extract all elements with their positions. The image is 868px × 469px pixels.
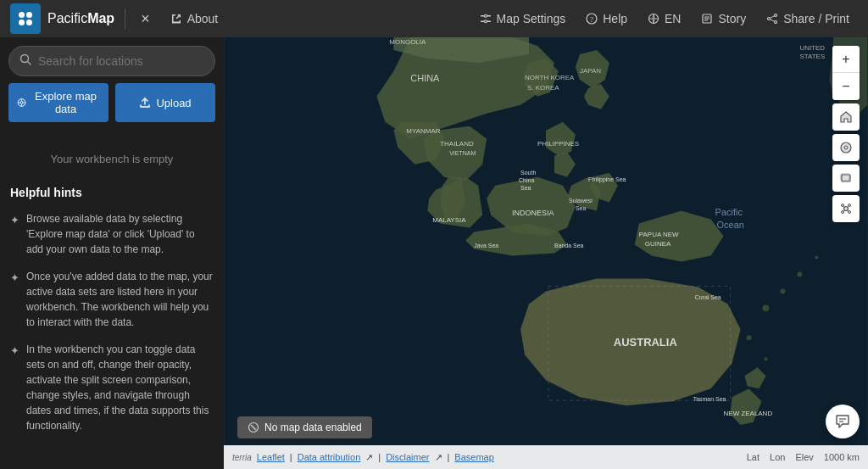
sidebar: Explore map data Upload Your workbench i… [0,37,224,469]
map-settings-icon [480,13,492,25]
svg-text:Tasman Sea: Tasman Sea [693,396,726,402]
compass-button[interactable] [832,134,860,161]
chat-icon [834,413,851,430]
layers-button[interactable] [832,165,860,192]
share-icon [766,13,778,25]
svg-point-22 [20,101,23,103]
hint-item-3: ✦ In the workbench you can toggle data s… [10,342,214,433]
svg-text:Sea: Sea [576,205,587,211]
svg-point-5 [484,20,487,23]
helpful-hints-section: Helpful hints ✦ Browse available data by… [0,186,224,445]
nav-right-actions: Map Settings ? Help EN Stor [471,7,858,31]
helpful-hints-title: Helpful hints [10,186,214,199]
hint-icon-3: ✦ [10,343,19,433]
hint-item-1: ✦ Browse available data by selecting 'Ex… [10,211,214,257]
language-button[interactable]: EN [639,7,689,31]
svg-point-90 [849,204,851,207]
svg-text:South: South [520,170,536,176]
zoom-controls: + − [832,46,860,100]
svg-text:PHILIPPINES: PHILIPPINES [537,140,579,148]
home-icon [839,110,853,124]
help-button[interactable]: ? Help [577,7,636,31]
nodes-button[interactable] [832,195,860,222]
svg-text:NEW ZEALAND: NEW ZEALAND [724,410,773,417]
map-status-bar: terria Leaflet | Data attribution ↗ | Di… [224,445,868,469]
app-logo: PacificMap [10,3,114,34]
svg-text:Philippine Sea: Philippine Sea [588,176,626,183]
upload-button[interactable]: Upload [115,83,215,122]
nav-divider [125,8,125,29]
logo-icon [10,3,41,34]
home-button[interactable] [832,103,860,131]
svg-point-16 [768,18,771,20]
svg-text:JAPAN: JAPAN [580,67,601,75]
basemap-link[interactable]: Basemap [454,452,493,462]
explore-icon [17,97,26,109]
no-data-icon [248,422,259,433]
action-buttons: Explore map data Upload [8,83,215,122]
no-data-badge: No map data enabled [237,416,372,438]
svg-point-50 [815,255,818,259]
svg-text:AUSTRALIA: AUSTRALIA [614,336,678,349]
svg-text:MONGOLIA: MONGOLIA [389,38,426,46]
svg-text:GUINEA: GUINEA [645,240,671,248]
zoom-out-button[interactable]: − [832,73,860,100]
search-input[interactable] [38,54,204,68]
about-button[interactable]: About [162,7,227,31]
search-icon [19,53,31,69]
svg-text:STATES: STATES [799,53,825,60]
svg-point-49 [797,271,802,276]
svg-text:VIETNAM: VIETNAM [449,150,476,156]
svg-text:NORTH KOREA: NORTH KOREA [525,74,575,81]
svg-text:Sea: Sea [520,185,531,191]
hint-icon-1: ✦ [10,212,19,257]
svg-text:Coral Sea: Coral Sea [695,294,721,300]
svg-text:MYANMAR: MYANMAR [406,127,440,135]
external-link-icon [170,13,182,25]
svg-line-98 [251,425,256,430]
chat-button[interactable] [826,405,860,438]
disclaimer-link[interactable]: Disclaimer [386,452,429,462]
map-canvas: CHINA NORTH KOREA S. KOREA JAPAN MYANMAR… [224,37,868,469]
svg-text:THAILAND: THAILAND [440,140,474,148]
logo-text: PacificMap [47,11,114,26]
svg-text:CHINA: CHINA [410,73,440,83]
explore-map-data-button[interactable]: Explore map data [8,83,108,122]
svg-text:Pacific: Pacific [715,207,743,217]
data-attribution-link[interactable]: Data attribution [298,452,361,462]
svg-point-89 [842,204,844,207]
upload-icon [139,97,151,109]
svg-text:China: China [519,177,534,183]
layers-icon [839,171,853,185]
search-container [8,46,215,76]
zoom-in-button[interactable]: + [832,46,860,73]
svg-point-14 [775,14,777,17]
close-button[interactable]: × [136,6,155,31]
svg-point-48 [780,288,785,293]
svg-text:INDONESIA: INDONESIA [512,209,554,217]
map-area[interactable]: CHINA NORTH KOREA S. KOREA JAPAN MYANMAR… [224,37,868,469]
map-settings-button[interactable]: Map Settings [471,7,575,31]
svg-point-84 [841,142,851,153]
coordinates-display: Lat Lon Elev 1000 km [747,452,860,462]
terria-logo: terria [232,453,252,462]
svg-point-52 [764,357,767,360]
svg-point-91 [842,211,844,214]
svg-point-47 [762,304,769,311]
leaflet-link[interactable]: Leaflet [257,452,285,462]
story-button[interactable]: Story [693,7,754,31]
hint-icon-2: ✦ [10,270,19,330]
navbar: PacificMap × About Map Settings [0,0,868,37]
svg-point-51 [747,335,752,340]
svg-point-92 [849,211,851,214]
workbench-empty-message: Your workbench is empty [8,153,215,165]
svg-text:?: ? [590,15,593,24]
help-icon: ? [586,13,598,25]
svg-point-2 [484,14,487,17]
svg-point-15 [775,21,777,24]
svg-text:UNITED: UNITED [799,44,825,52]
svg-text:Sulawesi: Sulawesi [569,198,593,204]
main-content: Explore map data Upload Your workbench i… [0,37,868,469]
nodes-icon [839,202,853,215]
share-print-button[interactable]: Share / Print [758,7,858,31]
